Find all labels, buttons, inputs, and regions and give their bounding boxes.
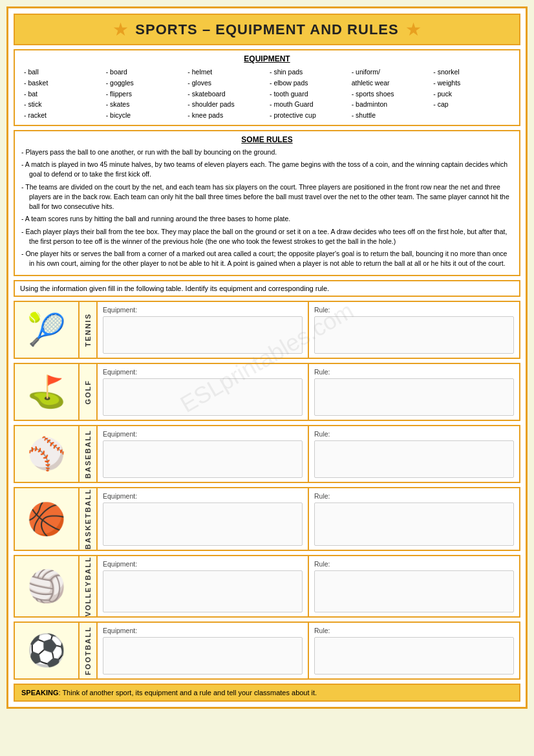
sport-emoji: ⛳ — [15, 364, 80, 420]
equip-item: - protective cup — [270, 110, 347, 121]
speaking-bold: SPEAKING — [21, 689, 58, 697]
rule-item: - A team scores runs by hitting the ball… — [21, 214, 513, 224]
equip-item: - basket — [24, 78, 101, 89]
equipment-label: Equipment: — [103, 430, 303, 438]
equipment-input[interactable] — [103, 316, 303, 354]
rule-input[interactable] — [314, 502, 514, 546]
equip-item: - stick — [24, 99, 101, 110]
equipment-label: Equipment: — [103, 560, 303, 568]
equip-item: - snorkel — [433, 67, 510, 78]
rule-input[interactable] — [314, 440, 514, 478]
equipment-field: Equipment: — [98, 302, 309, 358]
sport-name: BASEBALL — [84, 429, 92, 479]
sport-emoji: 🏐 — [15, 556, 80, 616]
rule-field: Rule: — [309, 426, 519, 482]
equipment-section: EQUIPMENT - ball- basket- bat- stick- ra… — [14, 49, 520, 126]
sport-row: ⛳GOLFEquipment:Rule: — [14, 363, 520, 421]
equip-item: - bicycle — [106, 110, 183, 121]
equip-col: - helmet- gloves- skateboard- shoulder p… — [185, 67, 267, 121]
equip-item: - helmet — [187, 67, 264, 78]
equip-item: athletic wear — [352, 78, 429, 89]
sport-emoji: ⚽ — [15, 623, 80, 678]
rule-field: Rule: — [309, 302, 519, 358]
equip-item: - shin pads — [270, 67, 347, 78]
equip-item: - skateboard — [187, 89, 264, 100]
rule-input[interactable] — [314, 570, 514, 612]
equip-item: - badminton — [352, 99, 429, 110]
rule-item: - A match is played in two 45 minute hal… — [21, 160, 513, 179]
page-title: SPORTS – EQUIPMENT AND RULES — [135, 21, 398, 38]
equip-item: - ball — [24, 67, 101, 78]
sport-label-cell: VOLLEYBALL — [80, 556, 98, 616]
rule-field: Rule: — [309, 488, 519, 550]
sport-name: TENNIS — [84, 313, 92, 347]
rule-item: - Each player plays their ball from the … — [21, 227, 513, 246]
sport-label-cell: GOLF — [80, 364, 98, 420]
equipment-input[interactable] — [103, 378, 303, 416]
equip-item: - flippers — [106, 89, 183, 100]
equip-item: - shuttle — [352, 110, 429, 121]
speaking-section: SPEAKING: Think of another sport, its eq… — [14, 684, 520, 702]
equip-item: - shoulder pads — [187, 99, 264, 110]
equip-item: - elbow pads — [270, 78, 347, 89]
equipment-field: Equipment: — [98, 426, 309, 482]
equipment-field: Equipment: — [98, 488, 309, 550]
equipment-input[interactable] — [103, 570, 303, 612]
rules-title: SOME RULES — [21, 135, 513, 144]
sport-emoji: 🎾 — [15, 302, 80, 358]
equip-col: - ball- basket- bat- stick- racket — [21, 67, 103, 121]
equip-item: - puck — [433, 89, 510, 100]
equip-col: - shin pads- elbow pads- tooth guard- mo… — [267, 67, 349, 121]
rule-input[interactable] — [314, 378, 514, 416]
equipment-grid: - ball- basket- bat- stick- racket- boar… — [21, 67, 513, 121]
sport-row: 🏀BASKETBALLEquipment:Rule: — [14, 487, 520, 551]
rule-item: - Players pass the ball to one another, … — [21, 147, 513, 157]
star-left-icon: ★ — [112, 19, 129, 40]
equipment-title: EQUIPMENT — [21, 54, 513, 63]
equip-item: - racket — [24, 110, 101, 121]
rule-item: - One player hits or serves the ball fro… — [21, 249, 513, 268]
sport-label-cell: BASKETBALL — [80, 488, 98, 550]
rules-section: SOME RULES - Players pass the ball to on… — [14, 130, 520, 276]
equip-item: - bat — [24, 89, 101, 100]
equip-item: - uniform/ — [352, 67, 429, 78]
equip-item: - board — [106, 67, 183, 78]
sport-fields: Equipment:Rule: — [98, 623, 519, 678]
instruction-text: Using the information given fill in the … — [14, 280, 520, 297]
equip-col: - uniform/athletic wear- sports shoes- b… — [349, 67, 431, 121]
equip-item: - skates — [106, 99, 183, 110]
rule-label: Rule: — [314, 368, 514, 376]
rule-label: Rule: — [314, 430, 514, 438]
equip-col: - board- goggles- flippers- skates- bicy… — [103, 67, 186, 121]
sport-name: BASKETBALL — [84, 488, 92, 550]
star-right-icon: ★ — [405, 19, 422, 40]
main-page: ★ SPORTS – EQUIPMENT AND RULES ★ EQUIPME… — [6, 6, 528, 709]
rule-field: Rule: — [309, 623, 519, 678]
rule-item: - The teams are divided on the court by … — [21, 182, 513, 212]
equip-col: - snorkel- weights- puck- cap — [431, 67, 513, 121]
equipment-input[interactable] — [103, 637, 303, 675]
sport-row: 🎾TENNISEquipment:Rule: — [14, 301, 520, 359]
equipment-label: Equipment: — [103, 306, 303, 314]
speaking-text: : Think of another sport, its equipment … — [58, 689, 317, 697]
equip-item: - weights — [433, 78, 510, 89]
equipment-field: Equipment: — [98, 556, 309, 616]
sport-name: GOLF — [84, 380, 92, 405]
rule-input[interactable] — [314, 637, 514, 675]
sport-name: VOLLEYBALL — [84, 556, 92, 616]
equipment-input[interactable] — [103, 502, 303, 546]
equip-item: - tooth guard — [270, 89, 347, 100]
rule-label: Rule: — [314, 492, 514, 500]
sport-fields: Equipment:Rule: — [98, 426, 519, 482]
sport-label-cell: BASEBALL — [80, 426, 98, 482]
rule-label: Rule: — [314, 560, 514, 568]
equipment-input[interactable] — [103, 440, 303, 478]
sport-row: 🏐VOLLEYBALLEquipment:Rule: — [14, 555, 520, 618]
equip-item: - goggles — [106, 78, 183, 89]
equip-item: - knee pads — [187, 110, 264, 121]
equip-item: - mouth Guard — [270, 99, 347, 110]
rule-input[interactable] — [314, 316, 514, 354]
sport-fields: Equipment:Rule: — [98, 556, 519, 616]
equipment-field: Equipment: — [98, 623, 309, 678]
equipment-label: Equipment: — [103, 368, 303, 376]
